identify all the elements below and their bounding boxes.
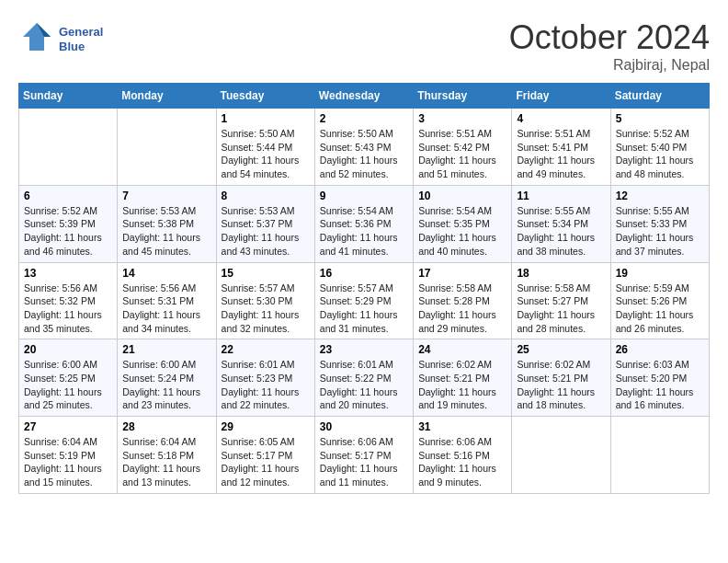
day-info: Sunrise: 6:01 AM Sunset: 5:22 PM Dayligh… <box>320 358 408 412</box>
calendar-cell: 26Sunrise: 6:03 AM Sunset: 5:20 PM Dayli… <box>610 339 709 417</box>
day-number: 10 <box>418 190 506 202</box>
day-number: 6 <box>24 190 112 202</box>
calendar-week-row: 13Sunrise: 5:56 AM Sunset: 5:32 PM Dayli… <box>19 262 710 339</box>
calendar-cell <box>610 417 709 494</box>
location: Rajbiraj, Nepal <box>509 57 710 74</box>
weekday-header: Sunday <box>19 84 118 109</box>
calendar-cell: 31Sunrise: 6:06 AM Sunset: 5:16 PM Dayli… <box>414 417 512 494</box>
day-info: Sunrise: 5:57 AM Sunset: 5:30 PM Dayligh… <box>222 282 310 336</box>
calendar-cell: 1Sunrise: 5:50 AM Sunset: 5:44 PM Daylig… <box>216 109 314 186</box>
calendar-cell: 28Sunrise: 6:04 AM Sunset: 5:18 PM Dayli… <box>118 417 216 494</box>
day-number: 28 <box>122 420 210 433</box>
day-info: Sunrise: 5:57 AM Sunset: 5:29 PM Dayligh… <box>320 282 408 336</box>
weekday-header: Wednesday <box>314 84 413 109</box>
day-number: 3 <box>418 112 506 125</box>
day-info: Sunrise: 5:55 AM Sunset: 5:34 PM Dayligh… <box>517 204 605 259</box>
calendar-cell: 25Sunrise: 6:02 AM Sunset: 5:21 PM Dayli… <box>512 339 610 417</box>
calendar-cell: 19Sunrise: 5:59 AM Sunset: 5:26 PM Dayli… <box>610 262 709 339</box>
calendar-cell: 6Sunrise: 5:52 AM Sunset: 5:39 PM Daylig… <box>19 185 118 262</box>
day-info: Sunrise: 5:53 AM Sunset: 5:38 PM Dayligh… <box>122 204 210 259</box>
logo-line2: Blue <box>59 40 103 54</box>
calendar-cell: 24Sunrise: 6:02 AM Sunset: 5:21 PM Dayli… <box>414 339 512 417</box>
calendar-cell: 7Sunrise: 5:53 AM Sunset: 5:38 PM Daylig… <box>118 185 216 262</box>
calendar-cell: 15Sunrise: 5:57 AM Sunset: 5:30 PM Dayli… <box>216 262 314 339</box>
calendar-week-row: 27Sunrise: 6:04 AM Sunset: 5:19 PM Dayli… <box>19 417 710 494</box>
day-info: Sunrise: 6:02 AM Sunset: 5:21 PM Dayligh… <box>517 358 605 412</box>
day-info: Sunrise: 6:06 AM Sunset: 5:16 PM Dayligh… <box>418 435 506 489</box>
day-number: 11 <box>517 190 605 202</box>
day-number: 16 <box>320 267 408 280</box>
day-info: Sunrise: 5:59 AM Sunset: 5:26 PM Dayligh… <box>616 282 704 336</box>
day-number: 8 <box>222 190 310 202</box>
calendar-week-row: 20Sunrise: 6:00 AM Sunset: 5:25 PM Dayli… <box>19 339 710 417</box>
weekday-header: Monday <box>118 84 216 109</box>
logo-line1: General <box>59 25 103 40</box>
day-info: Sunrise: 6:01 AM Sunset: 5:23 PM Dayligh… <box>222 358 310 412</box>
day-info: Sunrise: 5:51 AM Sunset: 5:41 PM Dayligh… <box>517 127 605 181</box>
calendar-cell: 21Sunrise: 6:00 AM Sunset: 5:24 PM Dayli… <box>118 339 216 417</box>
day-info: Sunrise: 5:50 AM Sunset: 5:43 PM Dayligh… <box>320 127 408 181</box>
calendar-cell: 22Sunrise: 6:01 AM Sunset: 5:23 PM Dayli… <box>216 339 314 417</box>
calendar-cell: 17Sunrise: 5:58 AM Sunset: 5:28 PM Dayli… <box>414 262 512 339</box>
day-info: Sunrise: 6:05 AM Sunset: 5:17 PM Dayligh… <box>222 435 310 489</box>
day-number: 19 <box>616 267 704 280</box>
calendar-cell: 13Sunrise: 5:56 AM Sunset: 5:32 PM Dayli… <box>19 262 118 339</box>
day-number: 12 <box>616 190 704 202</box>
calendar-cell: 18Sunrise: 5:58 AM Sunset: 5:27 PM Dayli… <box>512 262 610 339</box>
calendar-week-row: 6Sunrise: 5:52 AM Sunset: 5:39 PM Daylig… <box>19 185 710 262</box>
logo-icon <box>18 18 55 61</box>
calendar-cell: 12Sunrise: 5:55 AM Sunset: 5:33 PM Dayli… <box>610 185 709 262</box>
day-number: 7 <box>122 190 210 202</box>
day-info: Sunrise: 5:56 AM Sunset: 5:32 PM Dayligh… <box>24 282 112 336</box>
calendar-cell: 20Sunrise: 6:00 AM Sunset: 5:25 PM Dayli… <box>19 339 118 417</box>
calendar-cell: 27Sunrise: 6:04 AM Sunset: 5:19 PM Dayli… <box>19 417 118 494</box>
day-number: 26 <box>616 343 704 356</box>
day-info: Sunrise: 6:03 AM Sunset: 5:20 PM Dayligh… <box>616 358 704 412</box>
day-info: Sunrise: 5:53 AM Sunset: 5:37 PM Dayligh… <box>222 204 310 259</box>
day-number: 14 <box>122 267 210 280</box>
day-number: 9 <box>320 190 408 202</box>
calendar-cell: 23Sunrise: 6:01 AM Sunset: 5:22 PM Dayli… <box>314 339 413 417</box>
day-info: Sunrise: 5:58 AM Sunset: 5:27 PM Dayligh… <box>517 282 605 336</box>
calendar-cell: 11Sunrise: 5:55 AM Sunset: 5:34 PM Dayli… <box>512 185 610 262</box>
day-info: Sunrise: 5:52 AM Sunset: 5:40 PM Dayligh… <box>616 127 704 181</box>
day-number: 29 <box>222 420 310 433</box>
day-info: Sunrise: 6:04 AM Sunset: 5:18 PM Dayligh… <box>122 435 210 489</box>
page-header: General Blue October 2024 Rajbiraj, Nepa… <box>18 18 710 74</box>
day-number: 15 <box>222 267 310 280</box>
day-number: 2 <box>320 112 408 125</box>
day-number: 17 <box>418 267 506 280</box>
day-number: 22 <box>222 343 310 356</box>
weekday-header: Friday <box>512 84 610 109</box>
weekday-header: Saturday <box>610 84 709 109</box>
weekday-header-row: SundayMondayTuesdayWednesdayThursdayFrid… <box>19 84 710 109</box>
calendar-cell: 3Sunrise: 5:51 AM Sunset: 5:42 PM Daylig… <box>414 109 512 186</box>
day-number: 24 <box>418 343 506 356</box>
day-number: 20 <box>24 343 112 356</box>
day-number: 4 <box>517 112 605 125</box>
calendar-cell: 8Sunrise: 5:53 AM Sunset: 5:37 PM Daylig… <box>216 185 314 262</box>
day-info: Sunrise: 5:56 AM Sunset: 5:31 PM Dayligh… <box>122 282 210 336</box>
day-info: Sunrise: 6:02 AM Sunset: 5:21 PM Dayligh… <box>418 358 506 412</box>
day-info: Sunrise: 6:00 AM Sunset: 5:24 PM Dayligh… <box>122 358 210 412</box>
day-number: 1 <box>222 112 310 125</box>
month-title: October 2024 <box>509 18 710 57</box>
day-info: Sunrise: 5:55 AM Sunset: 5:33 PM Dayligh… <box>616 204 704 259</box>
day-info: Sunrise: 5:50 AM Sunset: 5:44 PM Dayligh… <box>222 127 310 181</box>
day-number: 25 <box>517 343 605 356</box>
day-info: Sunrise: 5:54 AM Sunset: 5:36 PM Dayligh… <box>320 204 408 259</box>
calendar-cell <box>512 417 610 494</box>
calendar-cell: 5Sunrise: 5:52 AM Sunset: 5:40 PM Daylig… <box>610 109 709 186</box>
calendar-cell: 14Sunrise: 5:56 AM Sunset: 5:31 PM Dayli… <box>118 262 216 339</box>
day-number: 27 <box>24 420 112 433</box>
weekday-header: Tuesday <box>216 84 314 109</box>
day-info: Sunrise: 5:54 AM Sunset: 5:35 PM Dayligh… <box>418 204 506 259</box>
day-number: 5 <box>616 112 704 125</box>
calendar-cell: 10Sunrise: 5:54 AM Sunset: 5:35 PM Dayli… <box>414 185 512 262</box>
day-number: 30 <box>320 420 408 433</box>
day-info: Sunrise: 5:52 AM Sunset: 5:39 PM Dayligh… <box>24 204 112 259</box>
title-block: October 2024 Rajbiraj, Nepal <box>509 18 710 74</box>
calendar-cell: 2Sunrise: 5:50 AM Sunset: 5:43 PM Daylig… <box>314 109 413 186</box>
day-number: 13 <box>24 267 112 280</box>
calendar-cell: 9Sunrise: 5:54 AM Sunset: 5:36 PM Daylig… <box>314 185 413 262</box>
